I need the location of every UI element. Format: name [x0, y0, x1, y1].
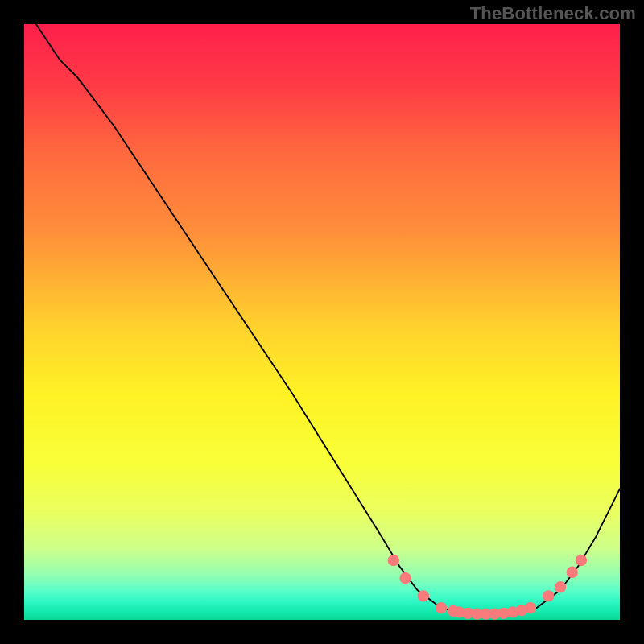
chart-frame: TheBottleneck.com: [0, 0, 644, 644]
watermark-text: TheBottleneck.com: [470, 3, 636, 24]
marker-dot: [525, 603, 535, 613]
marker-dot: [400, 573, 411, 584]
marker-dot: [567, 567, 577, 577]
marker-dot: [388, 555, 398, 565]
bottleneck-chart: [24, 24, 620, 620]
marker-dot: [436, 603, 446, 613]
marker-dot: [543, 591, 554, 601]
marker-dot: [418, 591, 428, 601]
bottleneck-markers: [24, 24, 620, 620]
marker-dot: [555, 582, 565, 592]
marker-dot: [576, 555, 586, 565]
